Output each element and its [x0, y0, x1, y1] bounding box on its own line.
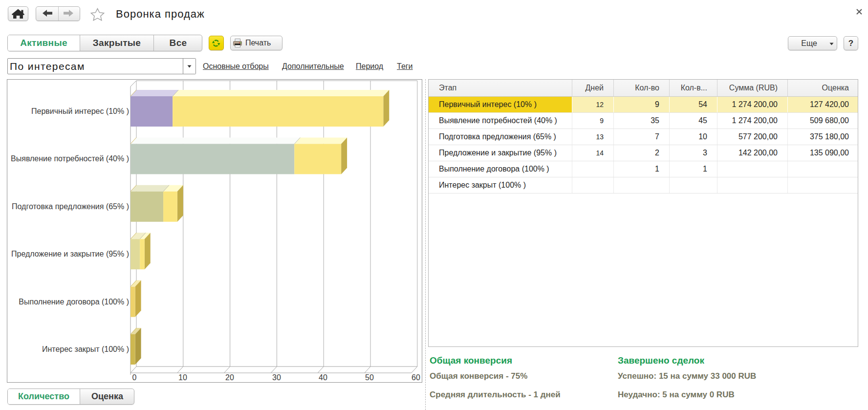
svg-text:Предложение и закрытие (95% ): Предложение и закрытие (95% ) [11, 250, 129, 258]
svg-text:30: 30 [272, 373, 281, 382]
svg-text:50: 50 [365, 373, 374, 382]
svg-text:10: 10 [178, 373, 187, 382]
svg-text:Подготовка предложения (65% ): Подготовка предложения (65% ) [12, 202, 129, 211]
svg-text:Выполнение договора (100% ): Выполнение договора (100% ) [19, 298, 129, 306]
svg-text:Интерес закрыт (100% ): Интерес закрыт (100% ) [42, 345, 129, 353]
svg-text:0: 0 [132, 373, 137, 382]
svg-text:Первичный интерес (10% ): Первичный интерес (10% ) [31, 107, 129, 115]
svg-text:20: 20 [225, 373, 234, 382]
svg-text:40: 40 [319, 373, 327, 382]
svg-text:Выявление потребностей (40% ): Выявление потребностей (40% ) [11, 154, 129, 163]
svg-text:60: 60 [412, 373, 420, 382]
